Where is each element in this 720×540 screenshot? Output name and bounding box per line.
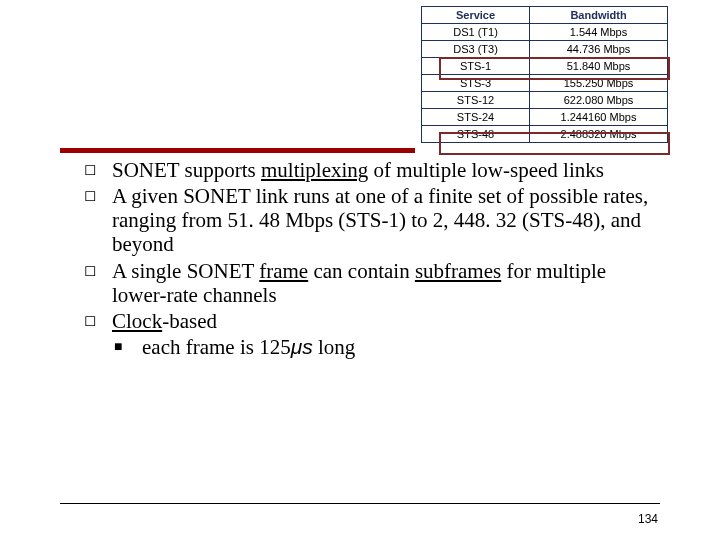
bullet-square-icon: ◻ [84, 311, 96, 328]
bandwidth-table: Service Bandwidth DS1 (T1)1.544 Mbps DS3… [421, 6, 668, 143]
footer-rule [60, 503, 660, 504]
cell: 622.080 Mbps [530, 92, 668, 109]
text: A given SONET link runs at one of a fini… [112, 184, 648, 256]
bullet-square-icon: ◻ [84, 160, 96, 177]
cell: STS-24 [422, 109, 530, 126]
text-underlined: frame [259, 259, 308, 283]
text: long [313, 335, 356, 359]
text: -based [162, 309, 217, 333]
cell: STS-1 [422, 58, 530, 75]
table-row: STS-241.244160 Mbps [422, 109, 668, 126]
table-header-row: Service Bandwidth [422, 7, 668, 24]
cell: 2.488320 Mbps [530, 126, 668, 143]
cell: STS-48 [422, 126, 530, 143]
text: can contain [308, 259, 415, 283]
bullet-square-icon: ◻ [84, 261, 96, 278]
slide: Service Bandwidth DS1 (T1)1.544 Mbps DS3… [0, 0, 720, 540]
cell: 1.544 Mbps [530, 24, 668, 41]
table-row: STS-151.840 Mbps [422, 58, 668, 75]
bullet-item: ◻ Clock-based [84, 309, 654, 333]
cell: 44.736 Mbps [530, 41, 668, 58]
col-service: Service [422, 7, 530, 24]
bullet-item: ◻ A single SONET frame can contain subfr… [84, 259, 654, 307]
text: each frame is 125 [142, 335, 291, 359]
cell: DS3 (T3) [422, 41, 530, 58]
cell: STS-12 [422, 92, 530, 109]
text: SONET supports [112, 158, 261, 182]
table-row: STS-12622.080 Mbps [422, 92, 668, 109]
text: of multiple low-speed links [368, 158, 604, 182]
bullet-item: ◻ A given SONET link runs at one of a fi… [84, 184, 654, 256]
sub-bullet-item: ■ each frame is 125μs long [84, 335, 654, 359]
bullet-square-icon: ◻ [84, 186, 96, 203]
page-number: 134 [638, 512, 658, 526]
cell: 1.244160 Mbps [530, 109, 668, 126]
cell: 155.250 Mbps [530, 75, 668, 92]
text-underlined: Clock [112, 309, 162, 333]
text-underlined: subframes [415, 259, 501, 283]
cell: DS1 (T1) [422, 24, 530, 41]
bullet-filled-square-icon: ■ [114, 338, 122, 354]
title-rule [60, 148, 415, 153]
table-row: DS3 (T3)44.736 Mbps [422, 41, 668, 58]
cell: 51.840 Mbps [530, 58, 668, 75]
bullet-list: ◻ SONET supports multiplexing of multipl… [84, 158, 654, 361]
cell: STS-3 [422, 75, 530, 92]
table-row: DS1 (T1)1.544 Mbps [422, 24, 668, 41]
text-underlined: multiplexing [261, 158, 368, 182]
bullet-item: ◻ SONET supports multiplexing of multipl… [84, 158, 654, 182]
table-row: STS-482.488320 Mbps [422, 126, 668, 143]
text: A single SONET [112, 259, 259, 283]
col-bandwidth: Bandwidth [530, 7, 668, 24]
table-row: STS-3155.250 Mbps [422, 75, 668, 92]
text-mu: μs [291, 335, 313, 358]
